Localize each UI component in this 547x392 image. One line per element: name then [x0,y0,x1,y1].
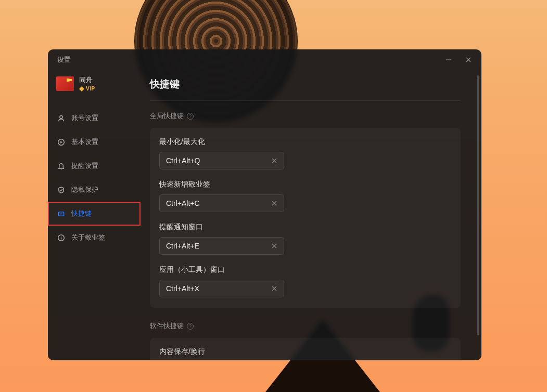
window-controls [445,56,472,63]
sidebar-item-label: 关于敬业签 [71,233,105,242]
shield-icon [57,186,65,194]
sidebar-item-account[interactable]: 账号设置 [48,106,141,130]
sidebar-item-label: 快捷键 [71,209,92,218]
username: 同舟 [79,75,95,85]
play-circle-icon [57,138,65,146]
section-label-global: 全局快捷键 ? [150,111,461,121]
svg-point-4 [60,115,62,118]
shortcut-value: Ctrl+Alt+C [166,199,200,207]
scrollbar[interactable] [477,75,479,335]
sidebar-item-about[interactable]: 关于敬业签 [48,226,141,250]
field-label: 最小化/最大化 [159,137,451,147]
shortcut-field: 应用（小工具）窗口 Ctrl+Alt+X [159,265,451,297]
user-icon [57,114,65,122]
shortcut-input[interactable]: Ctrl+Alt+Q [159,152,284,169]
info-icon [57,234,65,242]
user-meta: 同舟 VIP [79,75,95,92]
clear-icon[interactable] [270,242,278,250]
sidebar-item-label: 账号设置 [71,113,98,123]
svg-marker-3 [79,86,84,92]
avatar [56,76,74,91]
clear-icon[interactable] [270,199,278,207]
shortcut-field: 提醒通知窗口 Ctrl+Alt+E [159,223,451,255]
shortcut-value: Ctrl+Alt+X [166,284,199,293]
user-profile[interactable]: 同舟 VIP [48,72,141,101]
field-label: 内容保存/换行 [159,347,451,357]
sidebar-item-basic[interactable]: 基本设置 [48,130,141,154]
sidebar-item-label: 提醒设置 [71,161,98,171]
sidebar: 同舟 VIP 账号设置 基本设置 提醒设置 [48,70,141,360]
app-shortcuts-card: 内容保存/换行 Enter换行，Ctrl+Enter保存 [150,338,461,360]
divider [150,100,461,101]
settings-window: 设置 同舟 VIP [48,49,481,360]
shortcut-input[interactable]: Ctrl+Alt+E [159,237,284,255]
field-label: 快速新增敬业签 [159,180,451,189]
help-icon[interactable]: ? [187,323,194,330]
sidebar-item-privacy[interactable]: 隐私保护 [48,178,141,202]
sidebar-item-label: 隐私保护 [71,185,98,194]
sidebar-item-shortcuts[interactable]: 快捷键 [48,202,141,226]
sidebar-nav: 账号设置 基本设置 提醒设置 隐私保护 快捷键 [48,106,141,250]
section-label-app: 软件快捷键 ? [150,321,461,331]
field-label: 提醒通知窗口 [159,223,451,232]
clear-icon[interactable] [270,284,278,293]
content: 快捷键 全局快捷键 ? 最小化/最大化 Ctrl+Alt+Q [141,70,481,360]
shortcut-value: Ctrl+Alt+E [166,242,199,250]
close-button[interactable] [465,56,472,63]
minimize-button[interactable] [445,56,452,63]
shortcut-value: Ctrl+Alt+Q [166,156,200,165]
global-shortcuts-card: 最小化/最大化 Ctrl+Alt+Q 快速新增敬业签 Ctrl+Alt+C [150,128,461,308]
select-field: 内容保存/换行 Enter换行，Ctrl+Enter保存 [159,347,451,360]
window-title: 设置 [57,55,71,64]
sidebar-item-label: 基本设置 [71,137,98,147]
shortcut-input[interactable]: Ctrl+Alt+X [159,280,284,297]
shortcut-icon [57,210,65,218]
svg-point-11 [61,236,61,237]
shortcut-field: 最小化/最大化 Ctrl+Alt+Q [159,137,451,169]
bell-icon [57,162,65,170]
sidebar-item-reminder[interactable]: 提醒设置 [48,154,141,178]
scroll-area[interactable]: 快捷键 全局快捷键 ? 最小化/最大化 Ctrl+Alt+Q [141,70,475,360]
diamond-icon [79,86,84,92]
titlebar: 设置 [48,49,481,70]
vip-badge: VIP [79,86,95,92]
clear-icon[interactable] [270,156,278,165]
page-title: 快捷键 [150,77,461,91]
help-icon[interactable]: ? [187,113,194,120]
shortcut-field: 快速新增敬业签 Ctrl+Alt+C [159,180,451,212]
field-label: 应用（小工具）窗口 [159,265,451,275]
svg-marker-6 [60,141,62,143]
shortcut-input[interactable]: Ctrl+Alt+C [159,194,284,212]
